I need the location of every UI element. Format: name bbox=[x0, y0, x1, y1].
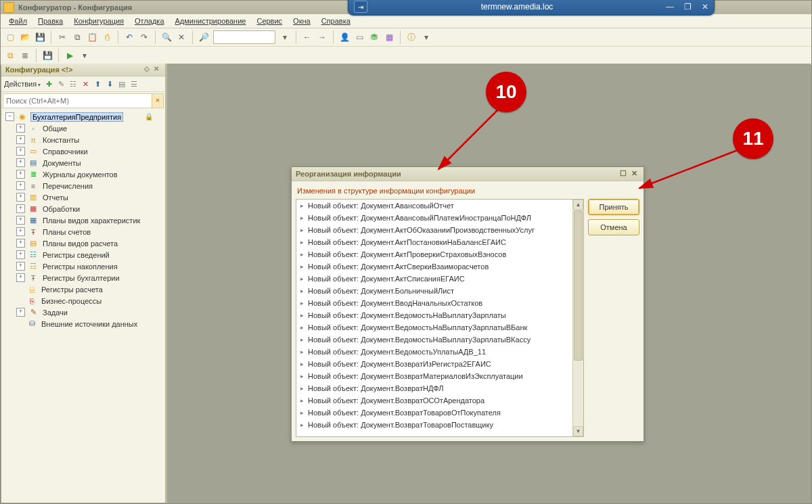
tree-item[interactable]: ⛁Внешние источники данных bbox=[3, 318, 165, 329]
save-config-icon[interactable]: 💾 bbox=[41, 49, 54, 62]
list-item[interactable]: ▸Новый объект: Документ.ВедомостьУплатыА… bbox=[296, 346, 573, 358]
list-item[interactable]: ▸Новый объект: Документ.ВозвратИзРегистр… bbox=[296, 358, 573, 370]
scroll-up-icon[interactable]: ▲ bbox=[573, 200, 583, 210]
redo-icon[interactable]: ↷ bbox=[137, 30, 151, 44]
zoom-icon[interactable]: 🔎 bbox=[197, 30, 210, 44]
tree-item[interactable]: +≡Перечисления bbox=[3, 180, 165, 191]
find-icon[interactable]: 🔍 bbox=[160, 30, 173, 44]
list-item[interactable]: ▸Новый объект: Документ.ВозвратМатериало… bbox=[296, 370, 573, 382]
dropdown-icon[interactable]: ▾ bbox=[278, 30, 292, 44]
tree-item[interactable]: +✎Задачи bbox=[3, 306, 165, 318]
search-combo[interactable] bbox=[213, 30, 275, 44]
tree-item[interactable]: +ŦПланы счетов bbox=[3, 226, 165, 237]
person-icon[interactable]: 👤 bbox=[338, 30, 351, 44]
delete-icon[interactable]: ✕ bbox=[80, 78, 91, 89]
list-item[interactable]: ▸Новый объект: Документ.ВозвратОСОтАренд… bbox=[296, 394, 573, 407]
list-item[interactable]: ▸Новый объект: Документ.АктСписанияЕГАИС bbox=[296, 273, 573, 285]
menu-edit[interactable]: Правка bbox=[32, 16, 68, 26]
menu-admin[interactable]: Администрирование bbox=[170, 16, 252, 26]
add-icon[interactable]: ✚ bbox=[43, 78, 54, 89]
edit-icon[interactable]: ✎ bbox=[55, 78, 66, 89]
panel-pin-icon[interactable]: ◇ bbox=[142, 65, 152, 74]
tree-root[interactable]: − ◉ БухгалтерияПредприятия 🔒 bbox=[3, 111, 165, 122]
tree-item[interactable]: +◦Общие bbox=[3, 122, 165, 134]
scrollbar[interactable]: ▲ ▼ bbox=[572, 200, 583, 436]
tree-item[interactable]: +▤Документы bbox=[3, 157, 165, 168]
list-item[interactable]: ▸Новый объект: Документ.ВедомостьНаВыпла… bbox=[296, 321, 573, 334]
config-tree[interactable]: − ◉ БухгалтерияПредприятия 🔒 +◦Общие+πКо… bbox=[1, 110, 165, 503]
list-item[interactable]: ▸Новый объект: Документ.БольничныйЛист bbox=[296, 285, 573, 297]
remote-restore-icon[interactable]: ❐ bbox=[681, 2, 694, 12]
menu-file[interactable]: Файл bbox=[3, 16, 32, 26]
list-item[interactable]: ▸Новый объект: Документ.АктОбОказанииПро… bbox=[296, 224, 573, 236]
tree-item[interactable]: +▤Планы видов расчета bbox=[3, 237, 165, 249]
folder-icon[interactable]: ▭ bbox=[353, 30, 366, 44]
tree-item[interactable]: +▦Планы видов характеристик bbox=[3, 214, 165, 226]
undo-icon[interactable]: ↶ bbox=[122, 30, 136, 44]
tree-item[interactable]: +☶Регистры накопления bbox=[3, 260, 165, 272]
tree-item[interactable]: +ŦРегистры бухгалтерии bbox=[3, 272, 165, 283]
sort-icon[interactable]: ▤ bbox=[116, 78, 127, 89]
up-icon[interactable]: ⬆ bbox=[92, 78, 103, 89]
menu-windows[interactable]: Окна bbox=[288, 16, 316, 26]
down-icon[interactable]: ⬇ bbox=[104, 78, 115, 89]
scroll-thumb[interactable] bbox=[574, 210, 583, 361]
forward-icon[interactable]: → bbox=[315, 30, 329, 44]
list-item[interactable]: ▸Новый объект: Документ.АктПостановкиНаБ… bbox=[296, 236, 573, 248]
panel-close-icon[interactable]: ✕ bbox=[152, 65, 161, 74]
tree-item[interactable]: +▥Отчеты bbox=[3, 191, 165, 203]
paste-icon[interactable]: 📋 bbox=[85, 30, 99, 44]
list-item[interactable]: ▸Новый объект: Документ.ВводНачальныхОст… bbox=[296, 297, 573, 309]
print-icon[interactable]: ⎙ bbox=[100, 30, 114, 44]
db-icon[interactable]: ⛃ bbox=[367, 30, 381, 44]
help-icon[interactable]: ⓘ bbox=[405, 30, 418, 44]
list-item[interactable]: ▸Новый объект: Документ.ВозвратНДФЛ bbox=[296, 382, 573, 394]
open-icon[interactable]: 📂 bbox=[18, 30, 32, 44]
tree-item[interactable]: ⌸Регистры расчета bbox=[3, 283, 165, 295]
back-icon[interactable]: ← bbox=[300, 30, 314, 44]
copy-icon[interactable]: ⧉ bbox=[70, 30, 84, 44]
menu-service[interactable]: Сервис bbox=[251, 16, 288, 26]
search-input[interactable] bbox=[3, 97, 152, 105]
tree-icon[interactable]: ⧉ bbox=[3, 49, 17, 62]
dialog-close-icon[interactable]: ✕ bbox=[629, 169, 639, 179]
remote-minimize-icon[interactable]: — bbox=[664, 2, 676, 12]
list-item[interactable]: ▸Новый объект: Документ.ВедомостьНаВыпла… bbox=[296, 309, 573, 321]
tree-item[interactable]: +≣Журналы документов bbox=[3, 168, 165, 180]
cancel-button[interactable]: Отмена bbox=[588, 219, 639, 235]
list-item[interactable]: ▸Новый объект: Документ.ВедомостьНаВыпла… bbox=[296, 334, 573, 346]
list-item[interactable]: ▸Новый объект: Документ.ВозвратТоваровПо… bbox=[296, 419, 573, 431]
list-item[interactable]: ▸Новый объект: Документ.АктПроверкиСтрах… bbox=[296, 248, 573, 260]
list-item[interactable]: ▸Новый объект: Документ.АктСверкиВзаимор… bbox=[296, 260, 573, 273]
cut-icon[interactable]: ✂ bbox=[55, 30, 69, 44]
new-icon[interactable]: ▢ bbox=[3, 30, 17, 44]
list-item[interactable]: ▸Новый объект: Документ.АвансовыйПлатежИ… bbox=[296, 212, 573, 224]
menu-debug[interactable]: Отладка bbox=[129, 16, 169, 26]
list-item[interactable]: ▸Новый объект: Документ.ВозвратТоваровОт… bbox=[296, 407, 573, 419]
save-icon[interactable]: 💾 bbox=[33, 30, 47, 44]
run-drop-icon[interactable]: ▾ bbox=[78, 49, 91, 62]
menu-config[interactable]: Конфигурация bbox=[68, 16, 129, 26]
pin-icon[interactable]: ⇥ bbox=[354, 1, 367, 13]
run-icon[interactable]: ▶ bbox=[63, 49, 76, 62]
changes-list[interactable]: ▸Новый объект: Документ.АвансовыйОтчет▸Н… bbox=[296, 199, 584, 437]
tree-item[interactable]: +☷Регистры сведений bbox=[3, 249, 165, 260]
tree-item[interactable]: +πКонстанты bbox=[3, 134, 165, 145]
help-drop-icon[interactable]: ▾ bbox=[420, 30, 433, 44]
find-clear-icon[interactable]: ✕ bbox=[175, 30, 188, 44]
remote-close-icon[interactable]: ✕ bbox=[699, 2, 711, 12]
table-icon[interactable]: ▦ bbox=[382, 30, 396, 44]
accept-button[interactable]: Принять bbox=[588, 199, 639, 215]
filter-icon[interactable]: ☰ bbox=[129, 78, 139, 89]
dialog-maximize-icon[interactable]: ☐ bbox=[618, 169, 629, 179]
menu-help[interactable]: Справка bbox=[316, 16, 356, 26]
tree-item[interactable]: +▦Обработки bbox=[3, 203, 165, 214]
actions-menu[interactable]: Действия bbox=[4, 80, 42, 88]
search-clear-icon[interactable]: × bbox=[152, 94, 163, 108]
layers-icon[interactable]: ≣ bbox=[18, 49, 32, 62]
tree-item[interactable]: +▭Справочники bbox=[3, 145, 165, 157]
list-item[interactable]: ▸Новый объект: Документ.АвансовыйОтчет bbox=[296, 200, 573, 212]
scroll-down-icon[interactable]: ▼ bbox=[573, 426, 583, 436]
props-icon[interactable]: ☷ bbox=[68, 78, 78, 89]
tree-item[interactable]: ⎘Бизнес-процессы bbox=[3, 295, 165, 306]
